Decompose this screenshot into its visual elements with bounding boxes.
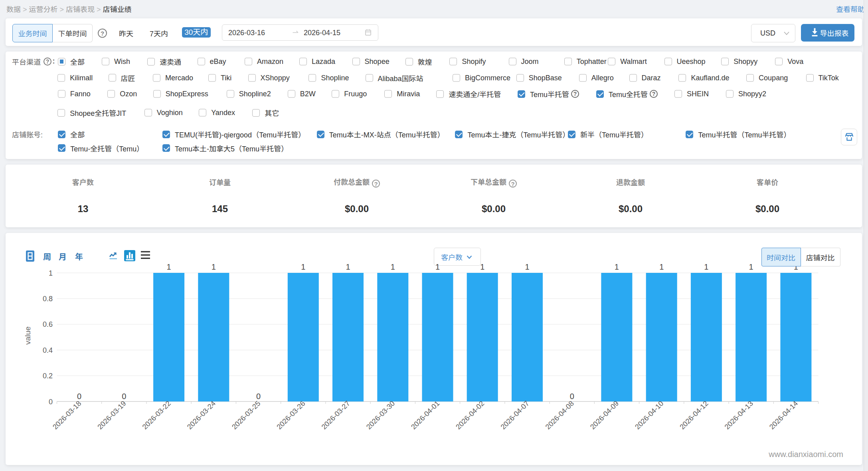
svg-text:2026-04-08: 2026-04-08: [544, 399, 575, 431]
svg-text:0.8: 0.8: [43, 295, 53, 303]
svg-text:2026-04-14: 2026-04-14: [768, 399, 799, 431]
svg-text:0: 0: [256, 392, 261, 401]
svg-text:0.2: 0.2: [43, 372, 53, 380]
svg-text:2026-03-30: 2026-03-30: [365, 399, 396, 431]
svg-text:2026-04-09: 2026-04-09: [589, 399, 620, 431]
svg-text:1: 1: [301, 262, 305, 271]
svg-text:2026-03-22: 2026-03-22: [141, 399, 172, 431]
svg-text:0: 0: [122, 392, 126, 401]
svg-text:1: 1: [704, 262, 708, 271]
svg-text:1: 1: [391, 262, 395, 271]
svg-text:1: 1: [749, 262, 753, 271]
svg-text:2026-04-01: 2026-04-01: [409, 399, 441, 431]
svg-text:2026-04-12: 2026-04-12: [678, 399, 710, 431]
svg-text:2026-04-13: 2026-04-13: [723, 399, 755, 431]
svg-text:1: 1: [49, 269, 53, 277]
svg-text:2026-04-07: 2026-04-07: [499, 399, 531, 431]
svg-text:2026-04-10: 2026-04-10: [633, 399, 665, 431]
svg-text:0.4: 0.4: [43, 346, 53, 354]
svg-text:1: 1: [346, 262, 350, 271]
svg-text:1: 1: [212, 262, 216, 271]
svg-text:1: 1: [525, 262, 529, 271]
svg-text:0: 0: [77, 392, 81, 401]
svg-text:2026-03-25: 2026-03-25: [230, 399, 262, 431]
svg-text:2026-04-02: 2026-04-02: [454, 399, 486, 431]
svg-text:2026-03-27: 2026-03-27: [320, 399, 352, 431]
svg-text:2026-03-19: 2026-03-19: [96, 399, 127, 431]
svg-text:0.6: 0.6: [43, 320, 53, 328]
svg-text:1: 1: [167, 262, 171, 271]
svg-text:1: 1: [480, 262, 484, 271]
svg-text:0: 0: [570, 392, 574, 401]
svg-text:1: 1: [615, 262, 619, 271]
svg-text:1: 1: [659, 262, 664, 271]
svg-text:2026-03-26: 2026-03-26: [275, 399, 306, 431]
svg-text:value: value: [24, 326, 32, 344]
svg-text:2026-03-18: 2026-03-18: [51, 399, 83, 431]
svg-text:0: 0: [49, 398, 53, 406]
svg-text:www.dianxiaomi.com: www.dianxiaomi.com: [768, 450, 843, 459]
svg-text:1: 1: [435, 262, 440, 271]
svg-text:2026-03-24: 2026-03-24: [186, 399, 217, 431]
